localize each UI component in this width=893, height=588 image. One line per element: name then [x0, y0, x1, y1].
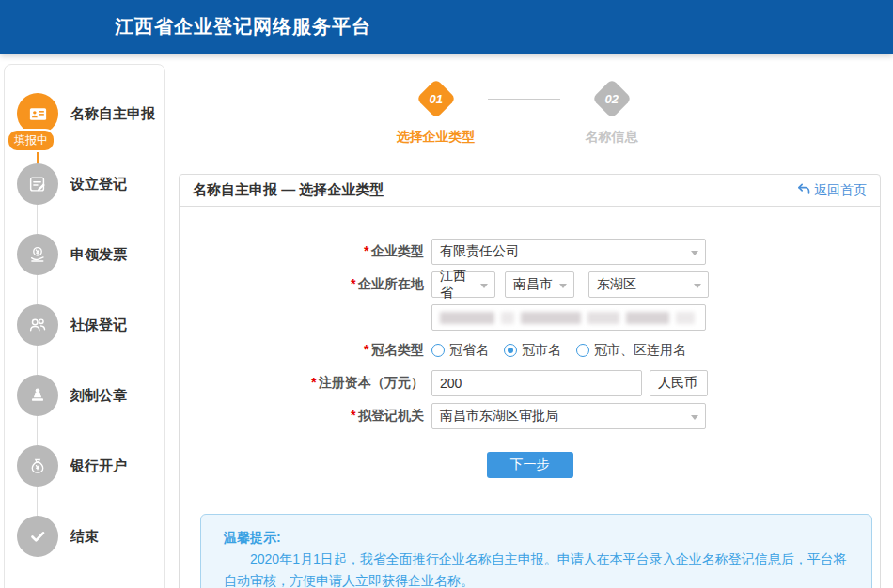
required-mark: *	[351, 276, 355, 291]
company-type-value: 有限责任公司	[440, 243, 519, 260]
radio-label: 冠市名	[522, 342, 561, 359]
redacted-input[interactable]	[431, 304, 706, 331]
sidebar-step-label: 名称自主申报	[70, 105, 155, 123]
form-row-registered-capital: *注册资本（万元） 人民币	[180, 370, 880, 396]
redacted-text	[588, 312, 619, 324]
page: 江西省企业登记网络服务平台 名称自主申报 填报中	[0, 0, 893, 588]
chevron-down-icon	[694, 284, 701, 288]
company-type-select[interactable]: 有限责任公司	[431, 239, 706, 265]
document-pen-icon	[17, 163, 58, 205]
step-number: 02	[604, 92, 618, 106]
province-value: 江西省	[440, 268, 474, 302]
form-panel: 名称自主申报 — 选择企业类型 返回首页 *企业类型 有限责任公司	[179, 174, 881, 588]
wizard-step-label: 选择企业类型	[397, 129, 476, 146]
field-label: *注册资本（万元）	[180, 375, 424, 392]
step-1-diamond-icon: 01	[415, 79, 455, 118]
currency-value: 人民币	[658, 375, 697, 392]
registered-capital-input[interactable]	[431, 370, 642, 396]
province-select[interactable]: 江西省	[431, 271, 495, 298]
back-home-label: 返回首页	[814, 182, 867, 199]
sidebar-step-finish[interactable]: 结束	[17, 516, 99, 557]
field-label: *企业所在地	[180, 276, 424, 293]
sidebar-step-label: 社保登记	[70, 317, 127, 334]
radio-label: 冠市、区连用名	[594, 342, 686, 359]
tip-line: 2020年1月1日起，我省全面推行企业名称自主申报。申请人在本平台录入企业名称登…	[224, 549, 849, 588]
enterprise-type-form: *企业类型 有限责任公司 *企业所在地 江西省 南昌市	[180, 207, 880, 588]
return-arrow-icon	[796, 182, 810, 199]
sidebar-step-bank-account[interactable]: 银行开户	[17, 445, 127, 487]
warm-tip-box: 温馨提示: 2020年1月1日起，我省全面推行企业名称自主申报。申请人在本平台录…	[200, 514, 872, 588]
radio-icon[interactable]	[576, 344, 589, 357]
chevron-down-icon	[559, 284, 567, 288]
app-title: 江西省企业登记网络服务平台	[115, 14, 371, 39]
redacted-text	[440, 312, 494, 324]
sidebar-step-label: 申领发票	[70, 246, 127, 264]
radio-option-city-name[interactable]: 冠市名	[504, 342, 561, 359]
timeline-connector	[37, 346, 38, 376]
field-label: *拟登记机关	[180, 408, 424, 425]
chevron-down-icon	[691, 415, 698, 420]
form-row-company-type: *企业类型 有限责任公司	[180, 239, 880, 265]
step-number: 01	[429, 92, 442, 106]
naming-type-radio-group: 冠省名 冠市名 冠市、区连用名	[431, 342, 686, 359]
district-value: 东湖区	[597, 276, 636, 293]
required-mark: *	[311, 375, 316, 390]
registration-authority-value: 南昌市东湖区审批局	[440, 408, 558, 425]
redacted-text	[676, 312, 695, 324]
radio-icon[interactable]	[431, 344, 445, 357]
required-mark: *	[351, 408, 355, 423]
sidebar-step-carve-seal[interactable]: 刻制公章	[17, 375, 127, 416]
radio-label: 冠省名	[449, 342, 489, 359]
sidebar-step-label: 银行开户	[70, 457, 127, 475]
radio-option-city-district-name[interactable]: 冠市、区连用名	[576, 342, 686, 359]
chevron-down-icon	[691, 251, 698, 255]
sidebar-step-social-security[interactable]: 社保登记	[17, 304, 127, 346]
redacted-text	[626, 312, 669, 324]
sidebar-step-establish-registration[interactable]: 设立登记	[17, 163, 127, 205]
sidebar-progress: 名称自主申报 填报中 设立登记	[4, 64, 165, 588]
wizard-connector	[488, 99, 560, 100]
form-row-redacted	[180, 304, 880, 331]
timeline-connector	[37, 205, 38, 235]
next-step-button[interactable]: 下一步	[487, 452, 573, 478]
sidebar-step-label: 设立登记	[70, 176, 127, 193]
form-row-location: *企业所在地 江西省 南昌市 东湖区	[180, 271, 880, 298]
timeline-connector	[37, 275, 38, 305]
sidebar-step-label: 刻制公章	[70, 387, 127, 405]
invoice-hand-icon	[17, 234, 58, 275]
timeline-connector	[37, 487, 38, 517]
wizard-step-2: 02 名称信息	[560, 81, 664, 146]
radio-checked-icon[interactable]	[504, 344, 517, 357]
currency-box[interactable]: 人民币	[650, 370, 708, 396]
sidebar-step-apply-invoice[interactable]: 申领发票	[17, 234, 127, 275]
panel-title: 名称自主申报 — 选择企业类型	[193, 181, 384, 199]
panel-header: 名称自主申报 — 选择企业类型 返回首页	[180, 175, 880, 207]
money-bag-icon	[17, 445, 58, 487]
stamp-icon	[17, 375, 58, 416]
check-icon	[17, 516, 58, 557]
field-label: *冠名类型	[180, 342, 424, 359]
wizard-step-label: 名称信息	[586, 129, 638, 146]
timeline-connector	[37, 416, 38, 446]
redacted-text	[521, 312, 581, 324]
city-select[interactable]: 南昌市	[505, 271, 574, 298]
chevron-down-icon	[480, 284, 488, 288]
redacted-text	[501, 312, 514, 324]
wizard-steps: 01 选择企业类型 02 名称信息	[165, 81, 882, 146]
back-home-link[interactable]: 返回首页	[796, 182, 867, 199]
people-icon	[17, 304, 58, 346]
registration-authority-select[interactable]: 南昌市东湖区审批局	[431, 403, 706, 429]
app-header: 江西省企业登记网络服务平台	[0, 0, 893, 54]
required-mark: *	[364, 243, 368, 258]
form-row-registration-authority: *拟登记机关 南昌市东湖区审批局	[180, 403, 880, 429]
radio-option-province-name[interactable]: 冠省名	[431, 342, 489, 359]
city-value: 南昌市	[513, 276, 553, 293]
form-row-naming-type: *冠名类型 冠省名 冠市名 冠市、区连用名	[180, 337, 880, 364]
tip-title: 温馨提示:	[224, 527, 849, 549]
wizard-step-1: 01 选择企业类型	[384, 81, 488, 146]
district-select[interactable]: 东湖区	[588, 271, 709, 298]
required-mark: *	[364, 342, 368, 357]
status-badge: 填报中	[7, 129, 55, 152]
field-label: *企业类型	[180, 243, 424, 260]
sidebar-step-label: 结束	[70, 528, 99, 546]
